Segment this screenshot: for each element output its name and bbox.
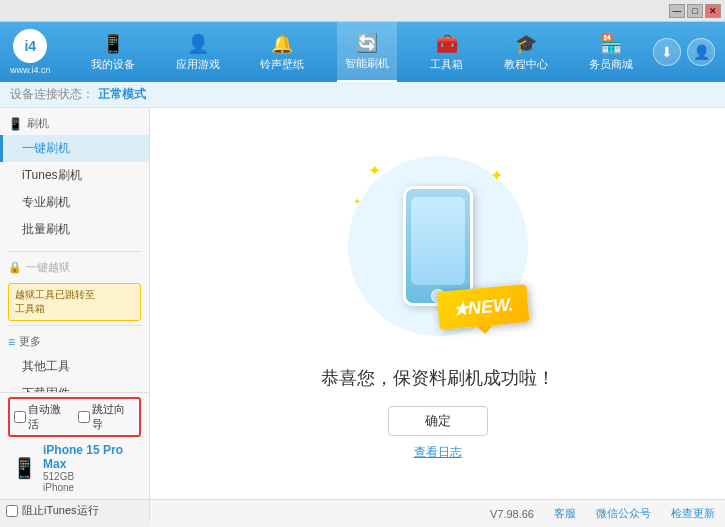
- sidebar-divider-2: [8, 325, 141, 326]
- sidebar-disabled-jailbreak: 🔒 一键越狱: [0, 256, 149, 279]
- footer-link-wechat[interactable]: 微信公众号: [596, 506, 651, 521]
- my-device-icon: 📱: [102, 33, 124, 55]
- sidebar-item-download-firmware[interactable]: 下载固件: [0, 380, 149, 392]
- success-text: 恭喜您，保资料刷机成功啦！: [321, 366, 555, 390]
- sidebar-item-batch-flash[interactable]: 批量刷机: [0, 216, 149, 243]
- title-bar: — □ ✕: [0, 0, 725, 22]
- phone-screen: [411, 197, 465, 285]
- sidebar-scroll: 📱 刷机 一键刷机 iTunes刷机 专业刷机 批量刷机 🔒: [0, 108, 149, 392]
- auto-activate-checkbox-item[interactable]: 自动激活: [14, 402, 72, 432]
- batch-flash-label: 批量刷机: [22, 222, 70, 236]
- nav-right-buttons: ⬇ 👤: [653, 38, 715, 66]
- nav-bar: 📱 我的设备 👤 应用游戏 🔔 铃声壁纸 🔄 智能刷机 🧰 工具箱 🎓 教程中心…: [71, 22, 653, 82]
- bottom-area: 阻止iTunes运行 V7.98.66 客服 微信公众号 检查更新: [0, 499, 725, 527]
- other-tools-label: 其他工具: [22, 359, 70, 373]
- app-games-icon: 👤: [187, 33, 209, 55]
- status-value: 正常模式: [98, 86, 146, 103]
- device-details: iPhone 15 Pro Max 512GB iPhone: [43, 443, 137, 493]
- header: i4 www.i4.cn 📱 我的设备 👤 应用游戏 🔔 铃声壁纸 🔄 智能刷机…: [0, 22, 725, 82]
- device-area: 自动激活 跳过向导 📱 iPhone 15 Pro Max 512GB iPho…: [0, 392, 149, 499]
- nav-services-label: 务员商城: [589, 57, 633, 72]
- logo-area: i4 www.i4.cn: [10, 29, 51, 75]
- auto-activate-checkbox[interactable]: [14, 411, 26, 423]
- new-badge: ★NEW.: [436, 284, 529, 330]
- confirm-button[interactable]: 确定: [388, 406, 488, 436]
- nav-app-games-label: 应用游戏: [176, 57, 220, 72]
- disabled-label: 一键越狱: [26, 260, 70, 275]
- services-icon: 🏪: [600, 33, 622, 55]
- checkbox-row: 自动激活 跳过向导: [8, 397, 141, 437]
- close-button[interactable]: ✕: [705, 4, 721, 18]
- nav-my-device[interactable]: 📱 我的设备: [83, 22, 143, 82]
- sidebar-item-other-tools[interactable]: 其他工具: [0, 353, 149, 380]
- sidebar-divider-1: [8, 251, 141, 252]
- footer: V7.98.66 客服 微信公众号 检查更新: [150, 499, 725, 527]
- sidebar-item-pro-flash[interactable]: 专业刷机: [0, 189, 149, 216]
- sidebar-item-itunes-flash[interactable]: iTunes刷机: [0, 162, 149, 189]
- logo-icon: i4: [13, 29, 47, 63]
- status-label: 设备连接状态：: [10, 86, 94, 103]
- skip-guide-checkbox-item[interactable]: 跳过向导: [78, 402, 136, 432]
- new-badge-arrow: [476, 325, 493, 334]
- nav-ringtone[interactable]: 🔔 铃声壁纸: [252, 22, 312, 82]
- pro-flash-label: 专业刷机: [22, 195, 70, 209]
- ringtone-icon: 🔔: [271, 33, 293, 55]
- account-button[interactable]: 👤: [687, 38, 715, 66]
- nav-app-games[interactable]: 👤 应用游戏: [168, 22, 228, 82]
- nav-services[interactable]: 🏪 务员商城: [581, 22, 641, 82]
- flash-group-label: 📱 刷机: [0, 112, 149, 135]
- tutorial-icon: 🎓: [515, 33, 537, 55]
- smart-flash-icon: 🔄: [356, 32, 378, 54]
- logo-text: www.i4.cn: [10, 65, 51, 75]
- device-info: 📱 iPhone 15 Pro Max 512GB iPhone: [8, 441, 141, 495]
- skip-guide-label: 跳过向导: [92, 402, 136, 432]
- tools-icon: 🧰: [436, 33, 458, 55]
- phone-illustration: ✦ ✦ ✦ ★NEW.: [338, 146, 538, 346]
- nav-smart-flash-label: 智能刷机: [345, 56, 389, 71]
- nav-tools-label: 工具箱: [430, 57, 463, 72]
- footer-link-support[interactable]: 客服: [554, 506, 576, 521]
- version-text: V7.98.66: [490, 508, 534, 520]
- auto-activate-label: 自动激活: [28, 402, 72, 432]
- view-log-link[interactable]: 查看日志: [414, 444, 462, 461]
- minimize-button[interactable]: —: [669, 4, 685, 18]
- flash-section: 📱 刷机 一键刷机 iTunes刷机 专业刷机 批量刷机: [0, 108, 149, 247]
- nav-ringtone-label: 铃声壁纸: [260, 57, 304, 72]
- itunes-checkbox[interactable]: [6, 505, 18, 517]
- main-content: ✦ ✦ ✦ ★NEW. 恭喜您，保资料刷机成功啦！ 确定 查看日志: [150, 108, 725, 499]
- jailbreak-notice: 越狱工具已跳转至工具箱: [8, 283, 141, 321]
- phone-body: [403, 186, 473, 306]
- nav-smart-flash[interactable]: 🔄 智能刷机: [337, 22, 397, 82]
- sidebar-item-one-key-flash[interactable]: 一键刷机: [0, 135, 149, 162]
- itunes-flash-label: iTunes刷机: [22, 168, 82, 182]
- footer-link-update[interactable]: 检查更新: [671, 506, 715, 521]
- one-key-flash-label: 一键刷机: [22, 141, 70, 155]
- download-button[interactable]: ⬇: [653, 38, 681, 66]
- status-bar: 设备连接状态： 正常模式: [0, 82, 725, 108]
- maximize-button[interactable]: □: [687, 4, 703, 18]
- sidebar: 📱 刷机 一键刷机 iTunes刷机 专业刷机 批量刷机 🔒: [0, 108, 150, 499]
- flash-group-icon: 📱: [8, 117, 23, 131]
- flash-group-text: 刷机: [27, 116, 49, 131]
- skip-guide-checkbox[interactable]: [78, 411, 90, 423]
- more-group-label: ≡ 更多: [0, 330, 149, 353]
- main-layout: 📱 刷机 一键刷机 iTunes刷机 专业刷机 批量刷机 🔒: [0, 108, 725, 499]
- nav-my-device-label: 我的设备: [91, 57, 135, 72]
- itunes-label: 阻止iTunes运行: [22, 503, 99, 518]
- nav-tools[interactable]: 🧰 工具箱: [422, 22, 471, 82]
- more-icon: ≡: [8, 335, 15, 349]
- nav-tutorial-label: 教程中心: [504, 57, 548, 72]
- device-name: iPhone 15 Pro Max: [43, 443, 137, 471]
- lock-icon: 🔒: [8, 261, 22, 274]
- itunes-bar: 阻止iTunes运行: [0, 499, 150, 521]
- device-phone-icon: 📱: [12, 456, 37, 480]
- device-storage: 512GB: [43, 471, 137, 482]
- device-type: iPhone: [43, 482, 137, 493]
- nav-tutorial[interactable]: 🎓 教程中心: [496, 22, 556, 82]
- more-text: 更多: [19, 334, 41, 349]
